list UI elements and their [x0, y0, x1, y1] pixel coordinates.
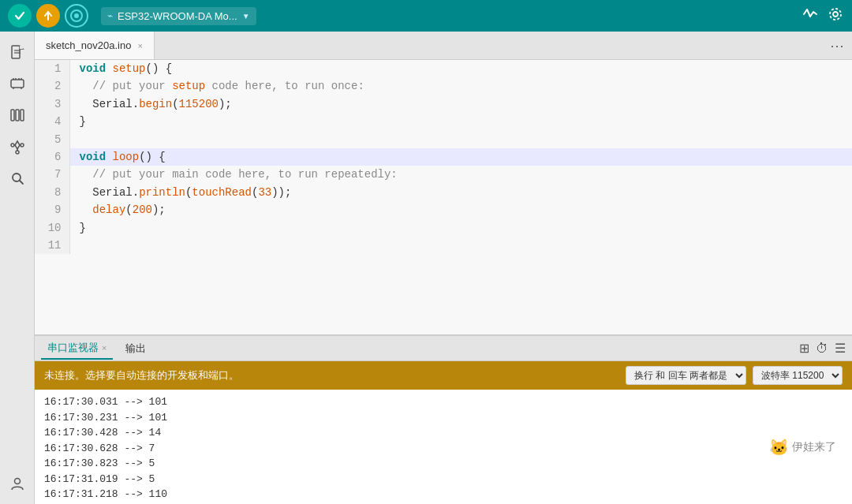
line-number: 10: [35, 219, 69, 237]
panel-tabs: 串口监视器 × 输出 ⊞ ⏱ ☰: [35, 336, 852, 361]
verify-button[interactable]: [8, 4, 32, 28]
autoscroll-icon[interactable]: ⏱: [816, 342, 828, 356]
code-line-8: 8 Serial.println(touchRead(33));: [35, 184, 852, 201]
baud-select[interactable]: 波特率 115200: [753, 366, 843, 385]
scroll-icon[interactable]: ⊞: [799, 341, 809, 356]
dropdown-arrow-icon: ▼: [242, 12, 250, 21]
tab-label: sketch_nov20a.ino: [46, 39, 131, 51]
code-line-9: 9 delay(200);: [35, 201, 852, 218]
panel-controls: ⊞ ⏱ ☰: [799, 341, 846, 356]
output-tab-label: 输出: [125, 342, 146, 356]
serial-tab-close-icon[interactable]: ×: [102, 343, 106, 353]
code-line-7: 7 // put your main code here, to run rep…: [35, 166, 852, 183]
tab-close-icon[interactable]: ×: [137, 41, 142, 50]
svg-line-28: [20, 181, 23, 184]
toolbar-right: [802, 6, 844, 27]
editor-tab-sketch[interactable]: sketch_nov20a.ino ×: [35, 32, 155, 59]
board-selector[interactable]: ⌁ ESP32-WROOM-DA Mo... ▼: [101, 7, 256, 25]
line-number: 3: [35, 95, 69, 113]
sidebar-item-plugin[interactable]: [3, 133, 32, 161]
serial-line: 16:17:30.428 --> 14: [44, 425, 843, 441]
svg-point-23: [11, 144, 14, 147]
bottom-panel: 串口监视器 × 输出 ⊞ ⏱ ☰ 未连接。选择要自动连接的开发板和端口。 换行 …: [35, 334, 852, 504]
serial-line: 16:17:30.231 --> 101: [44, 410, 843, 426]
svg-point-4: [74, 13, 79, 18]
line-code[interactable]: void loop() {: [69, 148, 852, 166]
tab-bar: sketch_nov20a.ino × ⋯: [35, 32, 852, 60]
code-editor[interactable]: 1void setup() {2 // put your setup code …: [35, 60, 852, 334]
serial-controls: 换行 和 回车 两者都是 波特率 115200: [626, 366, 843, 385]
toolbar: ⌁ ESP32-WROOM-DA Mo... ▼: [0, 0, 852, 32]
line-code[interactable]: void setup() {: [69, 60, 852, 77]
serial-line: 16:17:30.031 --> 101: [44, 394, 843, 410]
line-number: 7: [35, 166, 69, 183]
line-code[interactable]: [69, 237, 852, 254]
settings-icon[interactable]: [827, 6, 844, 27]
svg-point-29: [14, 479, 20, 484]
line-code[interactable]: Serial.begin(115200);: [69, 95, 852, 113]
code-line-4: 4}: [35, 113, 852, 130]
code-line-5: 5: [35, 131, 852, 148]
svg-point-25: [21, 144, 24, 147]
svg-rect-11: [11, 80, 24, 88]
serial-monitor-tab-label: 串口监视器: [47, 341, 99, 355]
svg-point-21: [16, 151, 19, 154]
debug-button[interactable]: [65, 4, 88, 28]
editor-container: sketch_nov20a.ino × ⋯ 1void setup() {2 /…: [35, 32, 852, 504]
line-code[interactable]: [69, 131, 852, 148]
line-code[interactable]: }: [69, 219, 852, 237]
warning-text: 未连接。选择要自动连接的开发板和端口。: [44, 368, 619, 383]
serial-monitor-icon[interactable]: [802, 6, 819, 27]
code-table: 1void setup() {2 // put your setup code …: [35, 60, 852, 254]
line-code[interactable]: Serial.println(touchRead(33));: [69, 184, 852, 201]
line-number: 5: [35, 131, 69, 148]
sidebar-item-account[interactable]: [3, 469, 32, 498]
upload-button[interactable]: [36, 4, 60, 28]
code-line-3: 3 Serial.begin(115200);: [35, 95, 852, 113]
svg-rect-20: [21, 110, 24, 121]
svg-rect-8: [20, 46, 23, 49]
line-number: 2: [35, 77, 69, 95]
usb-icon: ⌁: [107, 10, 113, 21]
sidebar-item-files[interactable]: [3, 38, 32, 66]
line-code[interactable]: }: [69, 113, 852, 130]
serial-output[interactable]: 16:17:30.031 --> 10116:17:30.231 --> 101…: [35, 390, 852, 504]
sidebar-item-library[interactable]: [3, 101, 32, 129]
main-content: sketch_nov20a.ino × ⋯ 1void setup() {2 /…: [0, 32, 852, 504]
tab-more-button[interactable]: ⋯: [822, 37, 852, 54]
code-line-1: 1void setup() {: [35, 60, 852, 77]
svg-point-5: [833, 12, 838, 17]
serial-monitor-tab[interactable]: 串口监视器 ×: [41, 338, 113, 360]
board-name: ESP32-WROOM-DA Mo...: [118, 10, 237, 22]
sidebar: [0, 32, 35, 504]
line-code[interactable]: delay(200);: [69, 201, 852, 218]
line-number: 6: [35, 148, 69, 166]
code-line-11: 11: [35, 237, 852, 254]
line-number: 9: [35, 201, 69, 218]
code-line-10: 10}: [35, 219, 852, 237]
line-number: 11: [35, 237, 69, 254]
serial-line: 16:17:30.823 --> 5: [44, 456, 843, 472]
warning-bar: 未连接。选择要自动连接的开发板和端口。 换行 和 回车 两者都是 波特率 115…: [35, 361, 852, 390]
svg-point-6: [830, 9, 841, 20]
serial-line: 16:17:30.628 --> 7: [44, 441, 843, 457]
sidebar-item-board[interactable]: [3, 69, 32, 98]
svg-rect-7: [12, 46, 20, 58]
svg-rect-18: [11, 110, 14, 121]
menu-icon[interactable]: ☰: [835, 341, 846, 356]
code-line-6: 6void loop() {: [35, 148, 852, 166]
line-number: 4: [35, 113, 69, 130]
sidebar-item-search[interactable]: [3, 164, 32, 192]
serial-line: 16:17:31.218 --> 110: [44, 487, 843, 502]
svg-rect-19: [16, 110, 19, 121]
line-code[interactable]: // put your setup code here, to run once…: [69, 77, 852, 95]
line-code[interactable]: // put your main code here, to run repea…: [69, 166, 852, 183]
output-tab[interactable]: 输出: [119, 338, 152, 359]
line-number: 1: [35, 60, 69, 77]
newline-select[interactable]: 换行 和 回车 两者都是: [626, 366, 746, 385]
code-line-2: 2 // put your setup code here, to run on…: [35, 77, 852, 95]
serial-line: 16:17:31.019 --> 5: [44, 472, 843, 487]
line-number: 8: [35, 184, 69, 201]
